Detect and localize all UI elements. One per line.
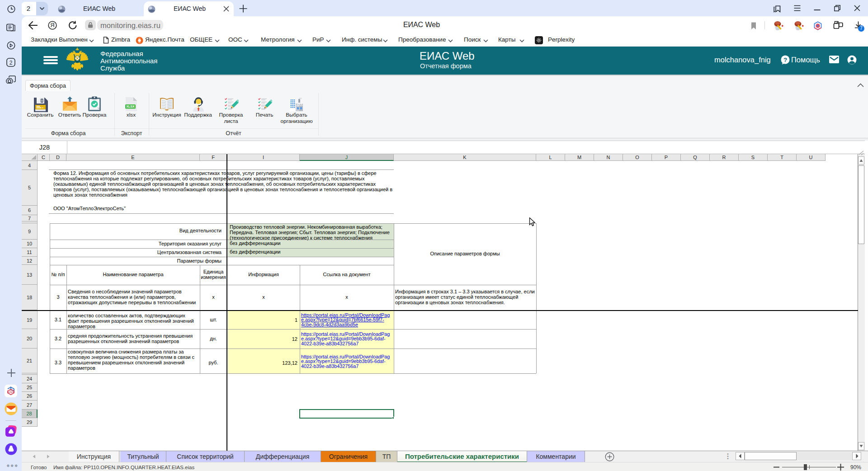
svg-text:?: ? xyxy=(783,57,787,63)
svg-text:услуги: услуги xyxy=(7,391,14,393)
svg-text:Я: Я xyxy=(50,22,54,28)
svg-text:2: 2 xyxy=(9,60,13,66)
svg-text:XLSX: XLSX xyxy=(126,105,135,108)
